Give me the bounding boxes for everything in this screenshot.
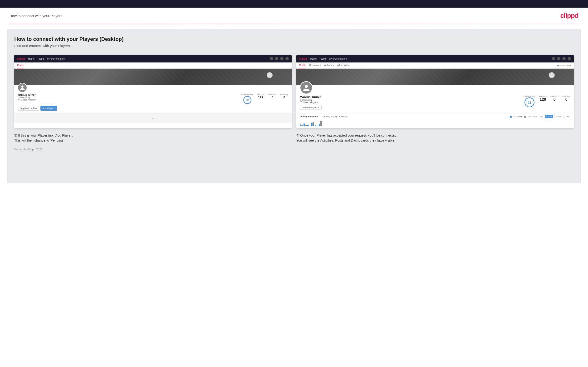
- app-tabs-2: Profile Dashboard Activities What To On …: [296, 62, 574, 69]
- remove-player-button[interactable]: Remove Player ✕: [300, 105, 322, 110]
- stat-activities-1: Activities 129: [257, 93, 265, 105]
- player-name-1: Marcus Turner: [17, 93, 237, 96]
- app-nav-items-1: Home Teams My Performance: [28, 58, 270, 60]
- followers-value-1: 0: [268, 95, 277, 99]
- avatar-icon-1: [19, 85, 25, 91]
- tab-profile-2[interactable]: Profile: [299, 62, 306, 68]
- caption-right-text: 4) Once your Player has accepted your re…: [296, 133, 397, 142]
- bar-off-1: [301, 125, 303, 126]
- tab-dashboard-2[interactable]: Dashboard: [309, 62, 321, 68]
- player-info-row-1: Marcus Turner 1-5 Handicap 📍 United King…: [17, 93, 288, 105]
- globe-icon-1[interactable]: [285, 57, 289, 60]
- activity-header: Activity Summary Monthly Activity · 6 Mo…: [300, 115, 571, 118]
- time-filter-1yr[interactable]: 1 yr: [539, 115, 544, 118]
- user-icon-2[interactable]: [557, 57, 560, 60]
- app-logo-1: clippd: [17, 57, 25, 60]
- nav-teams-1[interactable]: Teams: [37, 58, 44, 60]
- stat-activities-2: Activities 129: [539, 95, 547, 107]
- player-info-row-2: Marcus Turner 1-5 Handicap 📍 United King…: [300, 95, 571, 110]
- bar-group-2: [303, 124, 307, 126]
- player-buttons-1: Request to Follow Add Player +: [17, 106, 288, 111]
- location-pin-icon-1: 📍: [17, 99, 20, 101]
- scissors-icon: ✂: [152, 117, 154, 120]
- activity-title: Activity Summary: [300, 116, 318, 118]
- quality-label-2: Player Quality: [524, 95, 536, 97]
- followers-label-2: Followers: [550, 95, 559, 97]
- off-course-legend-dot: [524, 116, 526, 117]
- activities-value-1: 129: [257, 95, 265, 99]
- bar-group-6: [319, 121, 322, 126]
- nav-teams-2[interactable]: Teams: [320, 58, 326, 60]
- nav-performance-2[interactable]: My Performance: [329, 58, 347, 60]
- bar-off-4: [313, 122, 314, 126]
- stats-row-1: Player Quality 92 Activities 129 Followe…: [242, 93, 288, 105]
- tab-what-to-on-2[interactable]: What To On: [337, 62, 350, 68]
- time-filter-3mths[interactable]: 3 mths: [554, 115, 562, 118]
- bar-off-3: [309, 126, 311, 126]
- nav-home-1[interactable]: Home: [28, 58, 35, 60]
- settings-icon-2[interactable]: [562, 57, 566, 60]
- activity-legend: On course Off course: [510, 116, 537, 117]
- tab-profile-1[interactable]: Profile: [17, 62, 24, 68]
- search-icon-2[interactable]: [552, 57, 555, 60]
- header: How to connect with your Players clippd: [0, 8, 588, 24]
- stat-following-2: Following 0: [562, 95, 571, 107]
- stat-followers-1: Followers 0: [268, 93, 277, 105]
- following-value-2: 0: [562, 97, 571, 102]
- main-content: How to connect with your Players (Deskto…: [7, 29, 581, 184]
- app-navbar-2: clippd Home Teams My Performance: [296, 55, 574, 62]
- time-filter-6mths[interactable]: 6 mths: [545, 115, 553, 118]
- bar-group-3: [307, 125, 311, 126]
- player-location-1: 📍 United Kingdom: [17, 99, 237, 101]
- remove-player-label: Remove Player: [302, 106, 317, 108]
- activities-label-1: Activities: [257, 93, 265, 95]
- app-tabs-1: Profile: [14, 62, 292, 69]
- player-handicap-1: 1-5 Handicap: [17, 96, 237, 99]
- globe-icon-2[interactable]: [568, 57, 571, 60]
- screenshots-row: clippd Home Teams My Performance Profile: [14, 55, 574, 128]
- time-filter-1mth[interactable]: 1 mth: [563, 115, 571, 118]
- following-label-1: Following: [280, 93, 288, 95]
- quality-circle-2: 92: [525, 97, 535, 107]
- screenshot-2: clippd Home Teams My Performance Profile: [296, 55, 574, 128]
- bar-on-6: [319, 124, 320, 126]
- nav-performance-1[interactable]: My Performance: [47, 58, 65, 60]
- request-to-follow-button[interactable]: Request to Follow: [17, 106, 39, 111]
- activities-value-2: 129: [539, 97, 547, 102]
- golf-banner-2: [296, 69, 574, 85]
- location-pin-icon-2: 📍: [300, 101, 302, 104]
- search-icon-1[interactable]: [270, 57, 273, 60]
- bar-on-2: [303, 124, 305, 126]
- user-icon-1[interactable]: [275, 57, 278, 60]
- bar-group-1: [300, 125, 303, 126]
- avatar-icon-2: [303, 84, 310, 92]
- stat-quality-2: Player Quality 92: [524, 95, 536, 107]
- bar-off-2: [305, 125, 307, 126]
- following-value-1: 0: [280, 95, 288, 99]
- followers-value-2: 0: [550, 97, 559, 102]
- settings-icon-1[interactable]: [280, 57, 284, 60]
- marcus-turner-dropdown[interactable]: Marcus Turner: [557, 64, 571, 67]
- player-handicap-2: 1-5 Handicap: [300, 99, 519, 101]
- bar-off-5: [317, 126, 318, 126]
- time-filters: 1 yr 6 mths 3 mths 1 mth: [539, 115, 571, 118]
- add-player-button[interactable]: Add Player +: [40, 106, 57, 111]
- player-profile-2: Marcus Turner 1-5 Handicap 📍 United King…: [296, 85, 574, 113]
- player-name-2: Marcus Turner: [300, 95, 519, 99]
- tab-activities-2[interactable]: Activities: [324, 62, 334, 68]
- nav-home-2[interactable]: Home: [310, 58, 317, 60]
- header-title: How to connect with your Players: [9, 14, 62, 18]
- player-avatar-1: [17, 83, 27, 92]
- activities-label-2: Activities: [539, 95, 547, 97]
- bar-on-1: [300, 125, 301, 126]
- clippd-logo: clippd: [560, 12, 579, 19]
- player-location-2: 📍 United Kingdom: [300, 101, 519, 104]
- app-navbar-1: clippd Home Teams My Performance: [14, 55, 292, 62]
- caption-left: 3) If this is your Player tap, 'Add Play…: [14, 133, 292, 143]
- top-bar: [0, 0, 588, 8]
- activity-chart: [300, 120, 571, 126]
- activity-summary: Activity Summary Monthly Activity · 6 Mo…: [296, 113, 574, 128]
- header-divider: [9, 24, 579, 24]
- tabs-left-group: Profile Dashboard Activities What To On: [299, 62, 353, 68]
- screenshot-footer-1: ✂: [14, 114, 292, 123]
